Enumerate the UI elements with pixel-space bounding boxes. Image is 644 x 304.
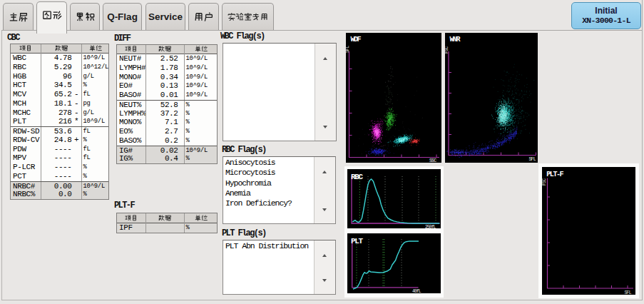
svg-text:250fL: 250fL	[425, 225, 436, 228]
svg-text:PLT-F: PLT-F	[546, 171, 563, 178]
svg-text:PLT: PLT	[351, 237, 364, 245]
svg-text:FSC: FSC	[542, 178, 547, 186]
svg-text:SFL: SFL	[528, 157, 536, 162]
svg-text:SFL: SFL	[624, 290, 631, 295]
svg-text:FSC: FSC	[445, 46, 449, 54]
svg-text:RBC: RBC	[351, 173, 364, 181]
svg-text:40fL: 40fL	[412, 289, 421, 293]
svg-text:SSC: SSC	[429, 158, 436, 163]
svg-text:SFL: SFL	[346, 46, 350, 53]
svg-text:WDF: WDF	[351, 36, 362, 44]
svg-text:WNR: WNR	[449, 36, 460, 44]
